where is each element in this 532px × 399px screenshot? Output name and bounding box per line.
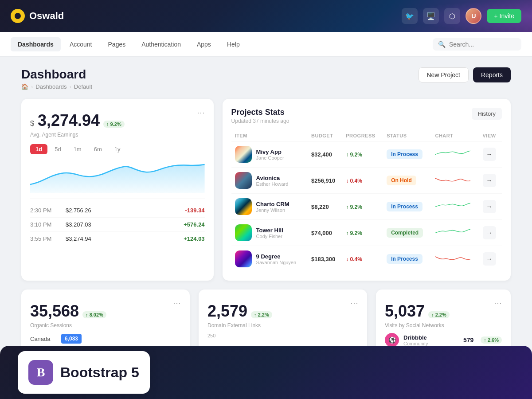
invite-button[interactable]: + Invite [487,9,521,23]
domain-y-max: 250 [207,333,215,338]
new-project-button[interactable]: New Project [419,67,469,82]
progress-cell-0: ↑ 9.2% [342,141,383,168]
organic-badge: ↑ 8.02% [82,311,106,318]
view-btn-4[interactable]: → [483,252,496,266]
search-input[interactable] [449,41,516,48]
table-row: 9 Degree Savannah Nguyen $183,300 ↓ 0.4%… [231,246,502,272]
dr-time-2: 3:10 PM [30,221,66,228]
nav-item-account[interactable]: Account [63,37,99,51]
dr-value-1: $2,756.26 [66,207,185,214]
time-btn-1y[interactable]: 1y [109,144,126,154]
table-row: Tower Hill Cody Fisher $74,000 ↑ 9.2% Co… [231,220,502,246]
view-cell-3[interactable]: → [479,220,502,246]
bootstrap-name: Bootstrap 5 [60,364,139,381]
earnings-more-btn[interactable]: ⋯ [197,108,205,117]
chart-cell-4 [431,246,479,272]
domain-value: 2,579 [207,302,247,321]
avatar[interactable]: U [466,8,481,24]
view-cell-0[interactable]: → [479,141,502,168]
earnings-label: Avg. Agent Earnings [30,132,205,138]
status-cell-3: Completed [383,220,431,246]
data-rows: 2:30 PM $2,756.26 -139.34 3:10 PM $3,207… [30,199,205,246]
dr-change-1: -139.34 [185,207,205,214]
bootstrap-logo: B [28,360,53,385]
status-cell-0: In Process [383,141,431,168]
topbar-actions: 🐦 🖥️ ⬡ U + Invite [402,8,521,24]
earnings-chart-svg [30,158,205,193]
data-row-1: 2:30 PM $2,756.26 -139.34 [30,203,205,218]
nav-item-pages[interactable]: Pages [101,37,133,51]
projects-subtitle: Updated 37 minutes ago [231,118,289,124]
topbar-icon-btn-1[interactable]: 🐦 [402,8,418,24]
domain-label: Domain External Links [207,322,358,329]
breadcrumb: 🏠 › Dashboards › Default [21,83,92,90]
canada-row: Canada 6,083 [30,334,181,344]
page-header: Dashboard 🏠 › Dashboards › Default New P… [21,67,511,90]
nav-item-apps[interactable]: Apps [190,37,218,51]
bootstrap-card: B Bootstrap 5 [18,351,150,394]
chart-cell-1 [431,168,479,194]
dr-change-3: +124.03 [184,235,204,242]
projects-table: ITEM BUDGET PROGRESS STATUS CHART VIEW [231,130,502,272]
dr-value-2: $3,207.03 [66,221,184,228]
nav-item-authentication[interactable]: Authentication [134,37,188,51]
search-icon: 🔍 [438,41,446,48]
earnings-chart [30,158,205,193]
chart-cell-2 [431,194,479,220]
social-more-btn[interactable]: ⋯ [494,298,502,308]
organic-more-btn[interactable]: ⋯ [173,298,181,308]
currency-sign: $ [30,120,34,128]
view-cell-4[interactable]: → [479,246,502,272]
social-value: 5,037 [385,302,425,321]
breadcrumb-dashboards: Dashboards [35,83,66,90]
projects-title: Projects Stats [231,108,289,117]
earnings-badge: ↑ 9.2% [103,121,125,128]
top-row: ⋯ $ 3,274.94 ↑ 9.2% Avg. Agent Earnings … [21,99,511,281]
monitor-icon: 🖥️ [426,12,435,20]
item-cell-2: Charto CRM Jenny Wilson [231,194,308,220]
bird-icon: 🐦 [405,12,414,20]
budget-cell-1: $256,910 [308,168,342,194]
organic-label: Organic Sessions [30,322,181,329]
view-btn-3[interactable]: → [483,226,496,239]
projects-title-area: Projects Stats Updated 37 minutes ago [231,108,289,124]
history-button[interactable]: History [472,108,502,120]
topbar-icon-btn-2[interactable]: 🖥️ [423,8,439,24]
breadcrumb-default: Default [74,83,92,90]
country-name: Canada [30,336,57,342]
view-cell-1[interactable]: → [479,168,502,194]
view-btn-1[interactable]: → [483,174,496,187]
status-cell-1: On Hold [383,168,431,194]
view-btn-2[interactable]: → [483,200,496,213]
item-cell-0: Mivy App Jane Cooper [231,141,308,168]
earnings-value: 3,274.94 [38,111,100,130]
earnings-value-row: $ 3,274.94 ↑ 9.2% [30,111,197,130]
organic-value: 35,568 [30,302,79,321]
data-row-2: 3:10 PM $3,207.03 +576.24 [30,218,205,232]
view-btn-0[interactable]: → [483,148,496,161]
time-btn-1m[interactable]: 1m [68,144,87,154]
social-label: Visits by Social Networks [385,322,502,329]
title-area: Dashboard 🏠 › Dashboards › Default [21,67,92,90]
domain-more-btn[interactable]: ⋯ [350,298,358,308]
progress-cell-1: ↓ 0.4% [342,168,383,194]
reports-button[interactable]: Reports [473,67,511,82]
search-bar: 🔍 [433,38,521,51]
item-cell-1: Avionica Esther Howard [231,168,308,194]
time-btn-5d[interactable]: 5d [49,144,66,154]
earnings-card: ⋯ $ 3,274.94 ↑ 9.2% Avg. Agent Earnings … [21,99,214,281]
home-icon: 🏠 [21,83,28,90]
nav-item-dashboards[interactable]: Dashboards [11,37,61,51]
time-btn-1d[interactable]: 1d [30,144,47,154]
social-icon-0: ⚽ [385,333,399,347]
nav-item-help[interactable]: Help [220,37,247,51]
col-progress: PROGRESS [342,130,383,141]
logo-area: Oswald [11,9,402,23]
item-cell-4: 9 Degree Savannah Nguyen [231,246,308,272]
view-cell-2[interactable]: → [479,194,502,220]
time-btn-6m[interactable]: 6m [89,144,107,154]
col-chart: CHART [431,130,479,141]
topbar-icon-btn-3[interactable]: ⬡ [444,8,460,24]
dr-time-1: 2:30 PM [30,207,66,214]
status-cell-2: In Process [383,194,431,220]
